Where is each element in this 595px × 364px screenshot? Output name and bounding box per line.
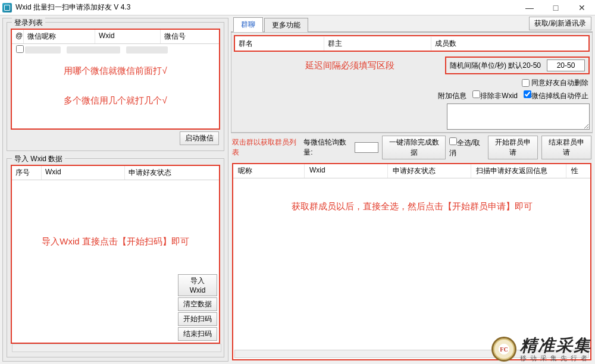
member-note: 获取群成员以后，直接全选，然后点击【开始群员申请】即可 [233, 201, 590, 212]
import-wxid-button[interactable]: 导入Wxid [178, 274, 217, 296]
group-col-owner: 群主 [324, 37, 431, 51]
row-checkbox[interactable] [16, 45, 24, 53]
window-title: Wxid 批量扫一扫申请添加好友 V 4.3 [15, 2, 130, 12]
refresh-contacts-button[interactable]: 获取/刷新通讯录 [529, 17, 591, 30]
select-all-checkbox[interactable]: 全选/取消 [449, 137, 484, 158]
groups-panel: 群名 群主 成员数 延迟间隔必须填写区段 随机间隔(单位/秒) 默认20-50 … [231, 32, 593, 133]
start-scan-button[interactable]: 开始扫码 [178, 312, 217, 326]
login-col-check: @ [12, 30, 24, 43]
login-note-2: 多个微信用几个就打几个√ [12, 95, 219, 106]
double-click-hint: 双击群以获取群员列表 [232, 137, 298, 158]
maximize-button[interactable]: □ [543, 0, 569, 15]
end-scan-button[interactable]: 结束扫码 [178, 327, 217, 341]
titlebar: Wxid 批量扫一扫申请添加好友 V 4.3 — □ ✕ [0, 0, 595, 15]
import-group: 导入 Wxid 数据 序号 Wxid 申请好友状态 导入Wxid 直接点击【开始… [7, 158, 224, 357]
login-col-wxno: 微信号 [161, 30, 219, 43]
import-table: 序号 Wxid 申请好友状态 导入Wxid 直接点击【开始扫码】即可 导入Wxi… [11, 165, 220, 344]
close-button[interactable]: ✕ [569, 0, 595, 15]
import-note: 导入Wxid 直接点击【开始扫码】即可 [12, 236, 219, 247]
member-col-status: 申请好友状态 [388, 164, 471, 178]
start-wechat-button[interactable]: 启动微信 [180, 131, 219, 145]
member-col-nick: 呢称 [233, 164, 305, 178]
import-col-wxid: Wxid [42, 166, 125, 180]
login-note-1: 用哪个微信就微信前面打√ [12, 65, 219, 77]
clear-data-button[interactable]: 清空数据 [178, 297, 217, 311]
group-list-table: 群名 群主 成员数 [234, 35, 590, 52]
end-member-apply-button[interactable]: 结束群员申请 [541, 136, 591, 159]
poll-count-input[interactable] [355, 142, 378, 153]
login-col-wxid: Wxid [95, 30, 161, 43]
attach-label: 附加信息 [438, 91, 466, 101]
login-legend: 登录列表 [12, 18, 45, 28]
import-col-status: 申请好友状态 [125, 166, 219, 180]
member-col-sex: 性 [566, 164, 590, 178]
member-toolbar: 双击群以获取群员列表 每微信轮询数量: 一键清除完成数据 全选/取消 开始群员申… [231, 133, 593, 162]
delay-input[interactable] [547, 59, 585, 71]
tab-more[interactable]: 更多功能 [264, 18, 308, 32]
tab-bar: 群聊 更多功能 获取/刷新通讯录 [231, 18, 593, 32]
scrollbar-horizontal[interactable] [12, 344, 221, 352]
tab-group-chat[interactable]: 群聊 [233, 17, 263, 32]
member-table: 呢称 Wxid 申请好友状态 扫描申请好友返回信息 性 获取群成员以后，直接全选… [232, 163, 591, 360]
left-pane: 登录列表 @ 微信呢称 Wxid 微信号 用哪个微信就微信前面打√ 多个微信用几… [2, 18, 228, 362]
import-col-idx: 序号 [12, 166, 42, 180]
exclude-non-wxid-checkbox[interactable]: 排除非Wxid [472, 90, 518, 101]
login-col-nick: 微信呢称 [24, 30, 95, 43]
right-pane: 群聊 更多功能 获取/刷新通讯录 群名 群主 成员数 延迟间隔必须填写区段 随机… [231, 18, 593, 362]
member-col-wxid: Wxid [305, 164, 388, 178]
minimize-button[interactable]: — [516, 0, 543, 15]
attach-info-textarea[interactable] [447, 103, 590, 130]
table-row[interactable] [12, 44, 219, 56]
member-col-return: 扫描申请好友返回信息 [471, 164, 566, 178]
app-icon [2, 3, 12, 12]
import-legend: 导入 Wxid 数据 [12, 154, 65, 164]
scrollbar-horizontal[interactable] [234, 350, 589, 358]
start-member-apply-button[interactable]: 开始群员申请 [488, 136, 538, 159]
group-col-count: 成员数 [431, 37, 588, 51]
auto-delete-checkbox[interactable]: 同意好友自动删除 [522, 78, 588, 88]
group-col-name: 群名 [235, 37, 324, 51]
delay-label: 随机间隔(单位/秒) 默认20-50 [450, 61, 541, 71]
poll-label: 每微信轮询数量: [303, 137, 351, 158]
delay-box: 随机间隔(单位/秒) 默认20-50 [445, 57, 590, 74]
clear-done-button[interactable]: 一键清除完成数据 [382, 136, 445, 159]
delay-note: 延迟间隔必须填写区段 [305, 60, 394, 71]
login-table: @ 微信呢称 Wxid 微信号 用哪个微信就微信前面打√ 多个微信用几个就打几个… [11, 29, 220, 130]
login-group: 登录列表 @ 微信呢称 Wxid 微信号 用哪个微信就微信前面打√ 多个微信用几… [7, 22, 224, 151]
offline-stop-checkbox[interactable]: 微信掉线自动停止 [524, 90, 588, 101]
